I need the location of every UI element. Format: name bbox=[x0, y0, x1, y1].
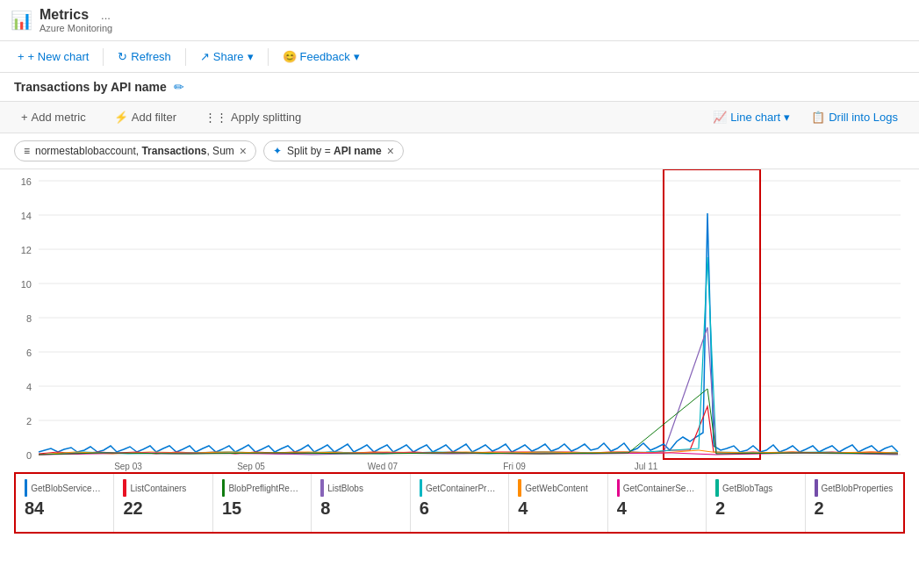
new-chart-button[interactable]: + + New chart bbox=[11, 47, 96, 67]
main-toolbar: + + New chart ↻ Refresh ↗ Share ▾ 😊 Feed… bbox=[0, 41, 919, 73]
drill-label: Drill into Logs bbox=[829, 111, 898, 124]
line-chart-icon: 📈 bbox=[713, 111, 727, 124]
svg-text:2: 2 bbox=[26, 416, 32, 427]
svg-text:10: 10 bbox=[21, 279, 32, 290]
legend-value: 15 bbox=[222, 498, 302, 519]
add-filter-label: Add filter bbox=[132, 111, 176, 124]
svg-rect-23 bbox=[664, 169, 760, 459]
svg-text:Jul 11: Jul 11 bbox=[635, 462, 658, 471]
legend-color-bar bbox=[815, 479, 818, 497]
split-tag-close[interactable]: × bbox=[387, 145, 394, 157]
more-options-button[interactable]: ... bbox=[101, 9, 111, 22]
legend-color-bar bbox=[320, 479, 324, 497]
chart-area: 0 2 4 6 8 10 12 14 16 Sep 03 Sep 05 Wed … bbox=[0, 169, 919, 472]
legend-value: 6 bbox=[420, 498, 499, 519]
filter-icon: ⚡ bbox=[114, 111, 128, 124]
svg-text:6: 6 bbox=[26, 348, 32, 358]
legend-item: ListBlobs 8 bbox=[312, 474, 410, 532]
toolbar-separator-1 bbox=[103, 48, 104, 66]
split-tag-text: Split by = API name bbox=[287, 145, 382, 157]
legend-color-row: ListBlobs bbox=[320, 479, 400, 497]
legend-color-row: GetBlobTags bbox=[715, 479, 795, 497]
app-header: 📊 Metrics ... Azure Monitoring bbox=[0, 0, 919, 41]
legend-color-bar bbox=[222, 479, 226, 497]
feedback-label: Feedback bbox=[300, 50, 350, 63]
feedback-chevron-icon: ▾ bbox=[354, 50, 360, 63]
legend-color-bar bbox=[715, 479, 719, 497]
legend-color-bar bbox=[617, 479, 620, 497]
tags-bar: ≡ normestablobaccount, Transactions, Sum… bbox=[0, 133, 919, 169]
drill-icon: 📋 bbox=[811, 111, 825, 124]
app-subtitle: Azure Monitoring bbox=[39, 23, 112, 33]
legend-name: BlobPreflightRequest bbox=[228, 484, 302, 493]
legend-color-row: GetContainerProperties bbox=[420, 479, 499, 497]
legend-value: 8 bbox=[320, 498, 400, 519]
legend-bar: GetBlobServiceProper... 84 ListContainer… bbox=[14, 472, 905, 534]
legend-color-row: GetBlobServiceProper... bbox=[25, 479, 104, 497]
legend-color-row: ListContainers bbox=[123, 479, 203, 497]
add-metric-label: Add metric bbox=[32, 111, 86, 124]
line-chart-svg: 0 2 4 6 8 10 12 14 16 Sep 03 Sep 05 Wed … bbox=[14, 169, 905, 472]
legend-value: 2 bbox=[815, 498, 894, 519]
share-icon: ↗ bbox=[200, 50, 210, 63]
legend-item: GetBlobTags 2 bbox=[707, 474, 805, 532]
add-metric-icon: + bbox=[21, 111, 28, 124]
metric-tag-close[interactable]: × bbox=[240, 145, 247, 157]
app-title: Metrics bbox=[39, 7, 89, 23]
toolbar-separator-3 bbox=[268, 48, 269, 66]
new-chart-icon: + bbox=[18, 50, 25, 63]
legend-item: GetContainerProperties 6 bbox=[411, 474, 509, 532]
add-metric-button[interactable]: + Add metric bbox=[14, 107, 93, 127]
line-chart-chevron-icon: ▾ bbox=[784, 111, 790, 124]
legend-name: GetContainerServiceM... bbox=[623, 484, 697, 493]
legend-color-bar bbox=[25, 479, 27, 497]
chart-options-bar: + Add metric ⚡ Add filter ⋮⋮ Apply split… bbox=[0, 102, 919, 133]
svg-text:Wed 07: Wed 07 bbox=[368, 462, 398, 471]
legend-value: 2 bbox=[715, 498, 795, 519]
chart-options-left: + Add metric ⚡ Add filter ⋮⋮ Apply split… bbox=[14, 107, 308, 127]
feedback-icon: 😊 bbox=[283, 50, 297, 63]
new-chart-label: + New chart bbox=[28, 50, 90, 63]
legend-name: GetBlobTags bbox=[722, 484, 772, 493]
svg-text:14: 14 bbox=[21, 211, 32, 221]
legend-value: 22 bbox=[123, 498, 203, 519]
split-icon: ⋮⋮ bbox=[205, 111, 227, 124]
chart-title-bar: Transactions by API name ✏ bbox=[0, 73, 919, 102]
line-chart-button[interactable]: 📈 Line chart ▾ bbox=[706, 107, 797, 127]
svg-text:Fri 09: Fri 09 bbox=[503, 462, 526, 471]
feedback-button[interactable]: 😊 Feedback ▾ bbox=[276, 47, 367, 67]
legend-color-bar bbox=[420, 479, 422, 497]
legend-name: ListBlobs bbox=[327, 484, 363, 493]
apply-splitting-label: Apply splitting bbox=[231, 111, 301, 124]
drill-into-logs-button[interactable]: 📋 Drill into Logs bbox=[804, 107, 905, 127]
legend-value: 4 bbox=[518, 498, 598, 519]
svg-text:8: 8 bbox=[26, 313, 32, 324]
legend-color-bar bbox=[123, 479, 126, 497]
legend-color-row: BlobPreflightRequest bbox=[222, 479, 302, 497]
svg-text:0: 0 bbox=[26, 450, 32, 461]
svg-text:16: 16 bbox=[21, 176, 32, 187]
split-tag: ✦ Split by = API name × bbox=[263, 140, 404, 161]
legend-value: 4 bbox=[617, 498, 697, 519]
legend-color-row: GetBlobProperties bbox=[815, 479, 894, 497]
toolbar-separator-2 bbox=[185, 48, 186, 66]
chart-title: Transactions by API name bbox=[14, 80, 167, 94]
legend-color-bar bbox=[518, 479, 521, 497]
legend-value: 84 bbox=[25, 498, 104, 519]
legend-item: GetContainerServiceM... 4 bbox=[608, 474, 707, 532]
apply-splitting-button[interactable]: ⋮⋮ Apply splitting bbox=[197, 107, 308, 127]
legend-item: ListContainers 22 bbox=[114, 474, 212, 532]
metric-tag-icon: ≡ bbox=[24, 145, 30, 157]
legend-color-row: GetContainerServiceM... bbox=[617, 479, 697, 497]
share-button[interactable]: ↗ Share ▾ bbox=[193, 47, 261, 67]
add-filter-button[interactable]: ⚡ Add filter bbox=[107, 107, 183, 127]
legend-name: GetWebContent bbox=[525, 484, 588, 493]
refresh-button[interactable]: ↻ Refresh bbox=[111, 47, 178, 67]
svg-text:Sep 03: Sep 03 bbox=[114, 462, 142, 471]
line-chart-label: Line chart bbox=[730, 111, 780, 124]
legend-name: GetBlobProperties bbox=[822, 484, 894, 493]
svg-text:Sep 05: Sep 05 bbox=[237, 462, 265, 471]
metric-tag-text: normestablobaccount, Transactions, Sum bbox=[35, 145, 234, 157]
split-tag-icon: ✦ bbox=[273, 145, 282, 157]
edit-title-icon[interactable]: ✏ bbox=[174, 80, 184, 94]
